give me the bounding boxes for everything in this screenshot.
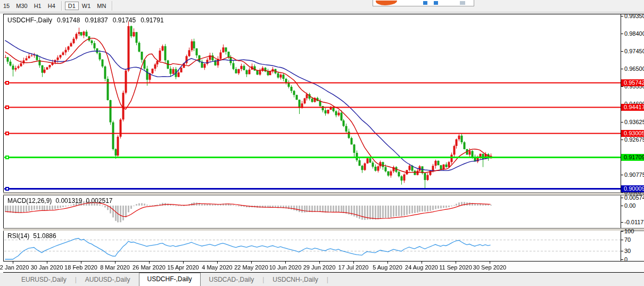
price-level-badge: 0.93005 (621, 130, 644, 137)
axis-tick-mark (621, 69, 623, 69)
macd-main-value: 0.001319 (55, 197, 82, 205)
rsi-canvas[interactable] (4, 231, 621, 260)
price-axis-label: 0.92675 (624, 136, 644, 143)
date-tick-mark (490, 262, 490, 264)
timeframe-button-m30[interactable]: M30 (13, 2, 30, 10)
symbol-tab-usdcad[interactable]: USDCAD-,Daily (201, 274, 263, 286)
date-axis-label: 30 Sep 2020 (473, 264, 506, 271)
chart-title: USDCHF-,Daily (7, 17, 52, 24)
macd-axis-label: 0.00 (624, 202, 635, 209)
rsi-axis-label: 100 (624, 228, 634, 234)
price-axis-label: 0.98400 (624, 30, 644, 37)
date-axis-label: 11 Sep 2020 (439, 264, 472, 271)
macd-header: MACD(12,26,9)0.0013190.002517 (7, 197, 117, 205)
price-axis[interactable]: 0.993500.984000.974500.965000.955500.946… (621, 0, 644, 273)
axis-tick-mark (621, 206, 623, 206)
date-tick-mark (353, 262, 354, 264)
price-chart-canvas[interactable] (4, 14, 621, 192)
ohlc-open: 0.91748 (57, 17, 80, 24)
price-axis-label: 0.96500 (624, 66, 644, 72)
timeframe-button-w1[interactable]: W1 (79, 2, 94, 10)
date-axis-label: 10 Jun 2020 (269, 264, 302, 271)
rsi-label: RSI(14) (7, 232, 29, 240)
date-tick-mark (422, 262, 422, 264)
date-tick-mark (149, 262, 150, 264)
axis-tick-mark (621, 231, 623, 232)
axis-tick-mark (621, 140, 623, 140)
symbol-tab-usdchf[interactable]: USDCHF-,Daily (139, 273, 201, 286)
timeframe-button-h1[interactable]: H1 (31, 2, 45, 10)
symbol-tab-usdcnh[interactable]: USDCNH-,Daily (264, 274, 326, 286)
price-axis-label: 0.99350 (624, 13, 644, 19)
date-tick-mark (183, 262, 184, 264)
axis-tick-mark (621, 175, 623, 175)
date-axis-label: 5 Aug 2020 (373, 264, 402, 271)
macd-axis-label: 0.005744 (624, 194, 644, 201)
date-axis[interactable]: 12 Jan 202030 Jan 202018 Feb 20208 Mar 2… (3, 262, 644, 272)
price-level-badge: 0.95742 (621, 79, 644, 86)
axis-tick-mark (621, 51, 623, 52)
price-axis-label: 0.93625 (624, 119, 644, 125)
macd-label: MACD(12,26,9) (7, 197, 52, 205)
price-level-badge: 0.91709 (621, 154, 644, 161)
price-level-badge: 0.94417 (621, 104, 644, 111)
chart-ohlc-header: USDCHF-,Daily0.917480.918370.917450.9179… (7, 17, 169, 24)
timeframe-toolbar: 15M30H1H4D1W1MN (0, 0, 644, 12)
logo-glyph-icon (423, 1, 427, 5)
axis-tick-mark (621, 259, 623, 260)
toolbar-separator (112, 1, 113, 11)
rsi-header: RSI(14)51.0886 (7, 232, 60, 240)
date-axis-label: 18 Feb 2020 (64, 264, 97, 271)
price-pane[interactable] (4, 14, 621, 192)
axis-tick-mark (621, 34, 623, 34)
date-tick-mark (456, 262, 456, 264)
logo-glyph-icon (434, 1, 438, 5)
toolbar-separator (61, 1, 62, 11)
date-axis-label: 22 May 2020 (234, 264, 268, 271)
symbol-tab-bar: EURUSD-,Daily|AUDUSD-,DailyUSDCHF-,Daily… (0, 273, 644, 286)
macd-signal-value: 0.002517 (86, 197, 112, 205)
axis-tick-mark (621, 251, 623, 251)
date-tick-mark (217, 262, 218, 264)
date-tick-mark (47, 262, 47, 264)
ohlc-low: 0.91745 (113, 17, 136, 24)
price-axis-label: 0.90775 (624, 171, 644, 178)
date-tick-mark (81, 262, 81, 264)
axis-tick-mark (621, 192, 623, 193)
rsi-axis-label: 70 (624, 236, 631, 243)
rsi-pane[interactable] (4, 231, 621, 260)
axis-tick-mark (621, 222, 623, 223)
timeframe-button-mn[interactable]: MN (94, 2, 109, 10)
logo-glyph-icon (460, 1, 465, 5)
date-tick-mark (285, 262, 286, 264)
date-tick-mark (13, 262, 13, 264)
rsi-value: 51.0886 (33, 232, 56, 240)
logo-orange-swoosh-icon (376, 1, 397, 5)
macd-axis-label: -0.011738 (624, 219, 644, 225)
date-axis-label: 29 Jun 2020 (303, 264, 336, 271)
symbol-tab-eurusd[interactable]: EURUSD-,Daily (13, 274, 75, 286)
date-tick-mark (251, 262, 252, 264)
date-tick-mark (115, 262, 115, 264)
axis-tick-mark (621, 86, 623, 87)
date-axis-label: 15 Apr 2020 (167, 264, 199, 271)
tab-separator: | (327, 274, 328, 286)
date-tick-mark (387, 262, 388, 264)
date-axis-label: 24 Aug 2020 (405, 264, 438, 271)
rsi-axis-label: 30 (624, 248, 631, 254)
price-level-badge: 0.90009 (621, 185, 644, 192)
date-tick-mark (319, 262, 320, 264)
axis-tick-mark (621, 240, 623, 240)
timeframe-button-d1[interactable]: D1 (65, 2, 79, 10)
ohlc-high: 0.91837 (85, 17, 108, 24)
timeframe-button-15[interactable]: 15 (0, 2, 13, 10)
symbol-tab-audusd[interactable]: AUDUSD-,Daily (77, 274, 139, 286)
broker-logo-banner (373, 0, 474, 6)
timeframe-button-h4[interactable]: H4 (45, 2, 59, 10)
date-axis-label: 26 Mar 2020 (133, 264, 166, 271)
axis-tick-mark (621, 198, 623, 198)
date-axis-label: 30 Jan 2020 (31, 264, 63, 271)
tab-bar-gutter (0, 273, 13, 286)
date-axis-label: 4 May 2020 (202, 264, 232, 271)
date-axis-label: 8 Mar 2020 (100, 264, 130, 271)
